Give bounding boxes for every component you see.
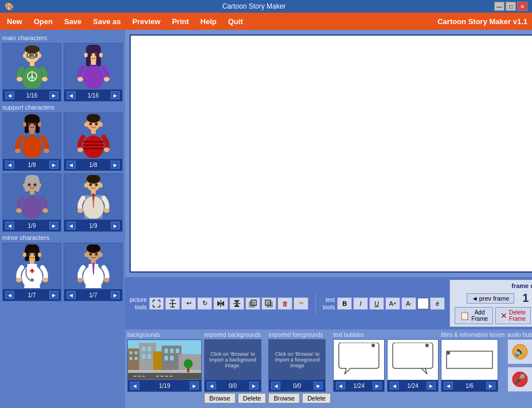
char-1-next[interactable]: ► <box>49 91 58 99</box>
menu-help[interactable]: Help <box>198 16 219 27</box>
titles-next[interactable]: ► <box>486 382 495 390</box>
char-card-6[interactable]: ◄ 1/9 ► <box>64 173 123 232</box>
char-1-prev[interactable]: ◄ <box>5 91 14 99</box>
char-2-next[interactable]: ► <box>111 91 120 99</box>
maximize-button[interactable]: □ <box>506 2 516 11</box>
audio-play-button[interactable]: 🔊 <box>507 339 532 364</box>
bottom-panel: backgrounds <box>125 329 532 408</box>
minimize-button[interactable]: — <box>494 2 504 11</box>
tool-undo[interactable]: ↩ <box>181 297 196 310</box>
imported-bg-browse-button[interactable]: Browse <box>204 393 236 403</box>
menu-print[interactable]: Print <box>170 16 191 27</box>
titles-img <box>441 340 498 380</box>
text-bubble-card-2[interactable]: ◄ 1/24 ► <box>387 339 439 392</box>
tool-delete[interactable]: 🗑 <box>277 297 292 310</box>
text-bubble-2-nav: ◄ 1/24 ► <box>388 380 438 391</box>
tool-front[interactable] <box>261 297 276 310</box>
backgrounds-prev[interactable]: ◄ <box>130 382 139 390</box>
imported-bg-delete-button[interactable]: Delete <box>238 393 267 403</box>
audio-record-button[interactable]: 🎤 <box>507 367 532 392</box>
char-card-8[interactable]: ◄ 1/7 ► <box>64 243 123 301</box>
text-bubble-1-next[interactable]: ► <box>373 382 382 390</box>
svg-marker-121 <box>234 304 240 307</box>
frame-count: 1 / 1 <box>518 292 532 305</box>
tool-flip-v[interactable] <box>229 297 244 310</box>
canvas-frame[interactable] <box>130 34 532 273</box>
char-2-prev[interactable]: ◄ <box>66 91 76 99</box>
char-card-3[interactable]: ◄ 1/8 ► <box>2 112 61 171</box>
text-bubble-2-count: 1/24 <box>407 383 418 389</box>
color-swatch[interactable] <box>417 298 429 309</box>
tool-bold[interactable]: B <box>337 297 352 310</box>
char-6-next[interactable]: ► <box>111 222 120 230</box>
svg-point-25 <box>95 53 97 56</box>
char-img-8 <box>68 243 119 289</box>
text-bubble-2-next[interactable]: ► <box>427 382 436 390</box>
char-img-3 <box>7 113 57 159</box>
imported-fg-browse-button[interactable]: Browse <box>268 393 300 403</box>
svg-rect-146 <box>170 356 174 360</box>
char-5-prev[interactable]: ◄ <box>5 222 14 230</box>
svg-rect-126 <box>267 302 272 307</box>
imported-fg-next[interactable]: ► <box>314 382 323 390</box>
svg-point-41 <box>22 135 42 158</box>
imported-fg-delete-button[interactable]: Delete <box>302 393 331 403</box>
tool-expand[interactable] <box>149 297 164 310</box>
menu-open[interactable]: Open <box>32 16 55 27</box>
svg-point-31 <box>104 77 109 81</box>
main-characters-row: ◄ 1/16 ► <box>2 43 123 102</box>
char-7-prev[interactable]: ◄ <box>5 291 14 299</box>
tool-center[interactable] <box>165 297 180 310</box>
add-frame-button[interactable]: 📋 AddFrame <box>455 307 493 324</box>
imported-fg-prev[interactable]: ◄ <box>271 382 280 390</box>
char-5-next[interactable]: ► <box>49 222 58 230</box>
tool-font-smaller[interactable]: A- <box>401 297 416 310</box>
imported-bg-next[interactable]: ► <box>249 382 259 390</box>
menu-save[interactable]: Save <box>62 16 84 27</box>
char-4-prev[interactable]: ◄ <box>66 161 76 169</box>
delete-frame-button[interactable]: ✕ DeleteFrame <box>495 307 531 324</box>
char-8-nav: ◄ 1/7 ► <box>64 289 122 301</box>
text-bubble-card-1[interactable]: ◄ 1/24 ► <box>333 339 385 392</box>
titles-card[interactable]: ◄ 1/6 ► <box>441 339 498 392</box>
tool-behind[interactable] <box>245 297 260 310</box>
tool-italic[interactable]: I <box>353 297 368 310</box>
tool-flip-h[interactable] <box>213 297 228 310</box>
char-card-5[interactable]: ◄ 1/9 ► <box>2 173 61 232</box>
menu-bar: New Open Save Save as Preview Print Help… <box>0 13 532 30</box>
menu-quit[interactable]: Quit <box>226 16 245 27</box>
char-card-2[interactable]: ◄ 1/16 ► <box>64 43 123 102</box>
svg-marker-122 <box>234 300 240 304</box>
titles-prev[interactable]: ◄ <box>444 382 453 390</box>
menu-new[interactable]: New <box>5 16 25 27</box>
char-card-1[interactable]: ◄ 1/16 ► <box>2 43 61 102</box>
backgrounds-section: backgrounds <box>127 332 202 403</box>
char-6-nav: ◄ 1/9 ► <box>64 220 122 231</box>
char-8-next[interactable]: ► <box>111 291 120 299</box>
text-bubble-1-count: 1/24 <box>353 383 364 389</box>
menu-save-as[interactable]: Save as <box>91 16 123 27</box>
char-6-prev[interactable]: ◄ <box>66 222 76 230</box>
text-bubble-1-nav: ◄ 1/24 ► <box>334 380 384 391</box>
tool-special-chars[interactable]: é <box>430 297 445 310</box>
char-4-next[interactable]: ► <box>111 161 120 169</box>
backgrounds-card[interactable]: ◄ 1/19 ► <box>127 339 202 392</box>
text-bubble-2-prev[interactable]: ◄ <box>390 382 399 390</box>
tool-redo[interactable]: ↻ <box>197 297 212 310</box>
char-8-prev[interactable]: ◄ <box>66 291 76 299</box>
imported-bg-prev[interactable]: ◄ <box>207 382 216 390</box>
char-3-prev[interactable]: ◄ <box>5 161 14 169</box>
backgrounds-next[interactable]: ► <box>190 382 199 390</box>
tool-underline[interactable]: U <box>369 297 384 310</box>
text-bubble-1-prev[interactable]: ◄ <box>336 382 345 390</box>
char-7-next[interactable]: ► <box>49 291 58 299</box>
tool-font-bigger[interactable]: A+ <box>385 297 400 310</box>
char-6-count: 1/9 <box>89 223 97 229</box>
prev-frame-button[interactable]: ◄ prev frame <box>467 293 514 304</box>
menu-preview[interactable]: Preview <box>130 16 163 27</box>
char-card-4[interactable]: ◄ 1/8 ► <box>64 112 123 171</box>
char-card-7[interactable]: ◄ 1/7 ► <box>2 243 61 301</box>
char-3-next[interactable]: ► <box>49 161 58 169</box>
close-button[interactable]: ✕ <box>517 2 527 11</box>
tool-cut[interactable]: ✂ <box>294 297 308 310</box>
